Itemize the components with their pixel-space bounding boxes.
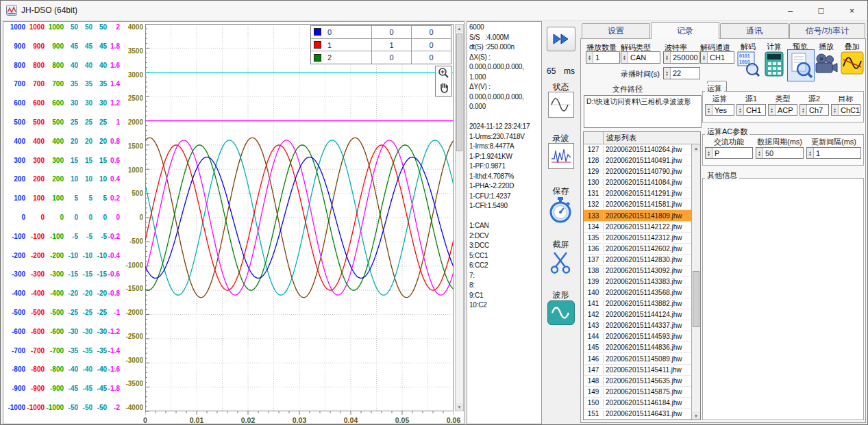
zoom-in-icon[interactable]	[438, 67, 449, 81]
wave-list-row-number: 133	[584, 212, 604, 220]
wave-list-row[interactable]: 14820200620151145635.jhw	[584, 376, 691, 387]
plot-canvas[interactable]	[145, 24, 454, 415]
record-time-spinner[interactable]: ▲▼ 22	[663, 67, 700, 79]
axis-tick-label: 15	[99, 157, 107, 164]
spinner-arrows[interactable]: ▲▼	[664, 52, 671, 63]
ac-interval-value: 1	[814, 148, 860, 158]
wave-list-row[interactable]: 13920200620151143383.jhw	[584, 276, 691, 287]
wave-list-row[interactable]: 13320200620151141809.jhw	[584, 210, 691, 221]
play-button[interactable]	[815, 52, 838, 78]
wave-list-row[interactable]: 14520200620151144836.jhw	[584, 342, 691, 353]
op-source1-spinner[interactable]: ▲▼CH1	[736, 104, 766, 116]
wave-list-row[interactable]: 14220200620151144124.jhw	[584, 309, 691, 320]
ac-interval-spinner[interactable]: ▲▼1	[806, 147, 861, 159]
axis-tick-label: 600	[52, 100, 64, 107]
plot-vertical-scrollbar[interactable]: ▲ ▼	[455, 24, 464, 411]
wave-list-row[interactable]: 14020200620151143568.jhw	[584, 287, 691, 298]
wave-list-row[interactable]: 14320200620151144337.jhw	[584, 320, 691, 331]
fast-forward-button[interactable]	[547, 27, 575, 51]
tab-communication[interactable]: 通讯	[720, 23, 789, 38]
op-target-value: ChC1	[839, 105, 860, 115]
wave-list-row[interactable]: 13020200620151141084.jhw	[584, 177, 691, 188]
wave-list-row[interactable]: 12820200620151140491.jhw	[584, 155, 691, 166]
screenshot-button[interactable]	[548, 250, 573, 274]
x-axis-tick-label: 0.04	[344, 416, 358, 424]
wave-list-row[interactable]: 13120200620151141291.jhw	[584, 188, 691, 199]
scroll-up-icon[interactable]: ▲	[692, 144, 700, 152]
spinner-arrows[interactable]: ▲▼	[706, 105, 712, 115]
op-type-spinner[interactable]: ▲▼ACP	[768, 104, 797, 116]
tab-signal-power[interactable]: 信号/功率计	[789, 23, 865, 38]
op-target-spinner[interactable]: ▲▼ChC1	[831, 104, 860, 116]
calculate-button[interactable]	[764, 51, 784, 77]
wave-list-row[interactable]: 13520200620151142312.jhw	[584, 233, 691, 244]
wave-list-row[interactable]: 15120200620151146431.jhw	[584, 409, 691, 420]
play-count-spinner[interactable]: ▲▼ 1	[586, 51, 620, 64]
scroll-down-icon[interactable]: ▼	[692, 412, 700, 420]
wave-list-row[interactable]: 13820200620151143092.jhw	[584, 266, 691, 276]
preview-button[interactable]	[787, 49, 815, 81]
record-wave-button[interactable]	[548, 143, 574, 169]
ac-function-spinner[interactable]: ▲▼P	[705, 147, 753, 159]
spinner-arrows[interactable]: ▲▼	[664, 68, 671, 79]
spinner-arrows[interactable]: ▲▼	[756, 148, 763, 158]
decode-type-select[interactable]: ▲▼ CAN	[621, 51, 660, 64]
axis-tick-label: 400	[52, 138, 64, 145]
save-button[interactable]	[548, 196, 573, 224]
tab-settings[interactable]: 设置	[582, 23, 650, 38]
pan-hand-icon[interactable]	[439, 82, 449, 96]
wave-list-row[interactable]: 14120200620151143882.jhw	[584, 298, 691, 309]
wave-list-row-number: 138	[584, 267, 604, 274]
axis-tick-label: -1000	[125, 262, 143, 269]
wave-list-scrollbar[interactable]: ▲ ▼	[691, 144, 700, 420]
spinner-arrows[interactable]: ▲▼	[832, 105, 839, 115]
spinner-arrows[interactable]: ▲▼	[706, 148, 712, 158]
scrollbar-thumb[interactable]	[456, 34, 462, 151]
file-path-box[interactable]: D:\快速访问资料\三相机录波波形	[584, 95, 702, 128]
spinner-arrows[interactable]: ▲▼	[701, 52, 708, 63]
scrollbar-thumb[interactable]	[693, 271, 699, 327]
maximize-button[interactable]: □	[806, 1, 836, 20]
spinner-down-icon: ▼	[702, 57, 706, 60]
axis-tick-label: 40	[71, 62, 78, 69]
axis-tick-label: -400	[50, 290, 64, 297]
wave-list-row-filename: 20200620151140790.jhw	[604, 168, 691, 175]
waveform-button[interactable]	[547, 300, 575, 325]
spinner-arrows[interactable]: ▲▼	[737, 105, 744, 115]
spinner-arrows[interactable]: ▲▼	[769, 105, 776, 115]
ac-period-spinner[interactable]: ▲▼50	[756, 147, 804, 159]
tab-record[interactable]: 记录	[651, 22, 719, 39]
spinner-arrows[interactable]: ▲▼	[807, 148, 814, 158]
baud-rate-spinner[interactable]: ▲▼ 250000	[663, 51, 699, 64]
wave-list-row[interactable]: 14720200620151145411.jhw	[584, 365, 691, 376]
scroll-up-icon[interactable]: ▲	[456, 25, 463, 32]
wave-list-row[interactable]: 13620200620151142602.jhw	[584, 244, 691, 255]
minimize-button[interactable]: –	[775, 1, 806, 20]
wave-list-row[interactable]: 15020200620151146184.jhw	[584, 398, 691, 409]
wave-list-row[interactable]: 12920200620151140790.jhw	[584, 166, 691, 177]
op-enable-value: Yes	[712, 105, 734, 115]
spinner-arrows[interactable]: ▲▼	[586, 52, 593, 63]
axis-tick-label: -200	[50, 253, 64, 259]
axis-tick-label: -3500	[125, 381, 143, 387]
spinner-arrows[interactable]: ▲▼	[800, 105, 807, 115]
wave-list-row[interactable]: 13420200620151142122.jhw	[584, 222, 691, 233]
legend-value-cell: 0	[372, 51, 412, 64]
overlay-button[interactable]	[841, 51, 864, 75]
op-enable-spinner[interactable]: ▲▼Yes	[705, 104, 734, 116]
decode-channel-select[interactable]: ▲▼ CH1	[700, 51, 734, 64]
decode-button[interactable]: 01011010	[737, 51, 760, 77]
spinner-arrows[interactable]: ▲▼	[621, 52, 628, 63]
axis-tick-label: -0.4	[108, 253, 120, 259]
wave-list-row[interactable]: 12720200620151140264.jhw	[584, 144, 691, 155]
op-source2-spinner[interactable]: ▲▼Ch7	[799, 104, 829, 116]
wave-list-row[interactable]: 13220200620151141581.jhw	[584, 199, 691, 210]
close-button[interactable]: ×	[836, 1, 867, 20]
wave-list-row[interactable]: 13720200620151142830.jhw	[584, 255, 691, 266]
title-bar: JH-DSO (64bit) – □ ×	[1, 1, 867, 21]
axis-tick-label: 20	[71, 138, 78, 145]
scroll-down-icon[interactable]: ▼	[456, 403, 463, 411]
wave-list-row[interactable]: 14920200620151145875.jhw	[584, 387, 691, 398]
wave-list-row[interactable]: 14420200620151144593.jhw	[584, 331, 691, 342]
wave-list-row[interactable]: 14620200620151145089.jhw	[584, 353, 691, 364]
